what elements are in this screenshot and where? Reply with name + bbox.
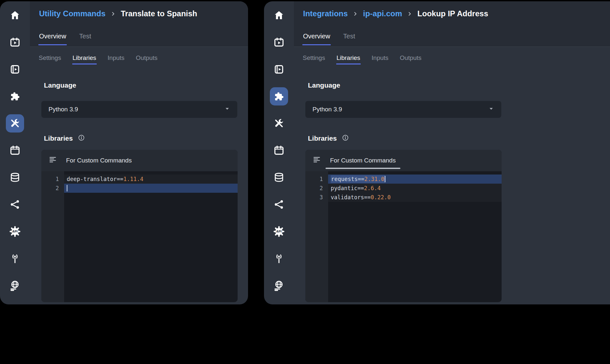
line-number: 2 — [305, 184, 328, 193]
chevron-down-icon — [224, 106, 230, 113]
sidebar-item-tools[interactable] — [6, 114, 24, 133]
sidebar-item-events[interactable] — [6, 33, 24, 51]
language-selected-value: Python 3.9 — [49, 106, 78, 113]
sidebar-item-api[interactable]: API — [270, 222, 288, 241]
globe-icon — [9, 280, 21, 291]
line-number: 1 — [41, 175, 64, 184]
api-gear-icon: API — [273, 226, 285, 237]
calendar-icon — [9, 145, 21, 156]
code-lines: deep-translator==1.11.4 — [64, 171, 238, 302]
tab-test[interactable]: Test — [342, 33, 356, 45]
subtab-settings[interactable]: Settings — [302, 54, 326, 64]
sidebar-item-web[interactable] — [270, 276, 288, 295]
sidebar-item-database[interactable] — [6, 168, 24, 187]
lines-icon — [49, 156, 57, 165]
package-version: 2.31.0 — [364, 176, 384, 182]
package-name: deep-translator== — [67, 176, 123, 182]
language-heading: Language — [308, 81, 340, 89]
sidebar-item-home[interactable] — [270, 6, 288, 24]
editor-tab-custom-commands[interactable]: For Custom Commands — [330, 157, 396, 164]
tab-overview[interactable]: Overview — [302, 33, 331, 45]
tab-test[interactable]: Test — [78, 33, 92, 45]
subtab-libraries[interactable]: Libraries — [336, 54, 361, 64]
sidebar-item-database[interactable] — [270, 168, 288, 187]
subtab-outputs[interactable]: Outputs — [399, 54, 422, 64]
subtab-inputs[interactable]: Inputs — [107, 54, 125, 64]
package-name: pydantic== — [331, 185, 364, 191]
home-icon — [9, 10, 21, 21]
code-area[interactable]: 1 2 deep-translator==1.11.4 — [41, 171, 238, 302]
chevron-down-icon — [488, 106, 494, 113]
libraries-heading: Libraries — [308, 134, 337, 142]
broadcast-icon — [9, 253, 21, 264]
sidebar-item-tools[interactable] — [270, 114, 288, 133]
tab-overview[interactable]: Overview — [38, 33, 67, 45]
sidebar-item-broadcast[interactable] — [6, 249, 24, 268]
text-selection: requests==2.31.0 — [331, 175, 385, 183]
subtab-libraries[interactable]: Libraries — [72, 54, 97, 64]
sidebar-item-modules[interactable] — [270, 87, 288, 105]
sidebar-item-calendar[interactable] — [270, 141, 288, 160]
libraries-heading-row: Libraries — [44, 134, 85, 143]
viewport: API Utility Commands Translate to Spanis… — [0, 0, 610, 364]
sidebar-item-calendar[interactable] — [6, 141, 24, 160]
puzzle-icon — [273, 91, 284, 102]
home-icon — [273, 10, 284, 21]
panel-left: API Utility Commands Translate to Spanis… — [0, 1, 248, 304]
code-line[interactable]: validators==0.22.0 — [328, 193, 502, 202]
sidebar-item-media[interactable] — [6, 60, 24, 78]
sidebar: API — [0, 1, 30, 304]
sidebar-item-events[interactable] — [270, 33, 288, 51]
language-select[interactable]: Python 3.9 — [41, 101, 237, 118]
breadcrumb-link[interactable]: Integrations — [303, 9, 348, 18]
database-icon — [273, 172, 284, 183]
sidebar-item-home[interactable] — [6, 6, 24, 24]
code-lines: requests==2.31.0 pydantic==2.6.4 validat… — [328, 171, 502, 302]
api-gear-icon: API — [9, 226, 21, 237]
language-heading: Language — [44, 81, 76, 89]
line-number: 3 — [305, 193, 328, 202]
code-line[interactable]: pydantic==2.6.4 — [328, 184, 502, 193]
editor-header: For Custom Commands — [41, 150, 238, 171]
event-play-icon — [273, 37, 284, 48]
subtab-settings[interactable]: Settings — [38, 54, 62, 64]
language-select[interactable]: Python 3.9 — [305, 101, 501, 118]
sidebar-item-connections[interactable] — [270, 195, 288, 214]
tab-bar: Overview Test — [302, 33, 356, 45]
code-line[interactable]: deep-translator==1.11.4 — [64, 175, 238, 184]
sidebar-item-modules[interactable] — [6, 87, 24, 105]
code-line-active[interactable]: requests==2.31.0 — [328, 175, 502, 184]
media-play-icon — [9, 64, 21, 75]
broadcast-icon — [273, 253, 284, 264]
package-name: validators== — [331, 194, 371, 201]
package-version: 1.11.4 — [123, 176, 143, 182]
editor-header: For Custom Commands — [305, 150, 502, 171]
info-icon[interactable] — [78, 134, 85, 143]
subtab-inputs[interactable]: Inputs — [371, 54, 389, 64]
breadcrumb: Utility Commands Translate to Spanish — [39, 9, 197, 18]
text-cursor — [67, 185, 67, 191]
sidebar-item-web[interactable] — [6, 276, 24, 295]
info-icon[interactable] — [342, 134, 349, 143]
sidebar-item-media[interactable] — [270, 60, 288, 78]
chevron-right-icon — [353, 11, 358, 17]
breadcrumb-link[interactable]: Utility Commands — [39, 9, 105, 18]
code-area[interactable]: 1 2 3 requests==2.31.0 pydantic==2.6.4 v… — [305, 171, 502, 302]
sidebar-item-connections[interactable] — [6, 195, 24, 214]
panel-right: API Integrations ip-api.com Lookup IP Ad… — [264, 1, 610, 304]
package-version: 2.6.4 — [364, 185, 381, 191]
code-line-active[interactable] — [64, 184, 238, 193]
breadcrumb-link[interactable]: ip-api.com — [363, 9, 402, 18]
sidebar: API — [264, 1, 294, 304]
breadcrumb: Integrations ip-api.com Lookup IP Addres… — [303, 9, 488, 18]
tools-icon — [9, 118, 21, 129]
sidebar-item-api[interactable]: API — [6, 222, 24, 241]
libraries-heading: Libraries — [44, 134, 73, 142]
globe-icon — [273, 280, 284, 291]
subtab-outputs[interactable]: Outputs — [135, 54, 158, 64]
editor-tab-custom-commands[interactable]: For Custom Commands — [66, 157, 132, 164]
language-selected-value: Python 3.9 — [312, 106, 342, 113]
package-name: requests== — [331, 176, 364, 182]
sidebar-item-broadcast[interactable] — [270, 249, 288, 268]
svg-text:API: API — [276, 230, 282, 233]
